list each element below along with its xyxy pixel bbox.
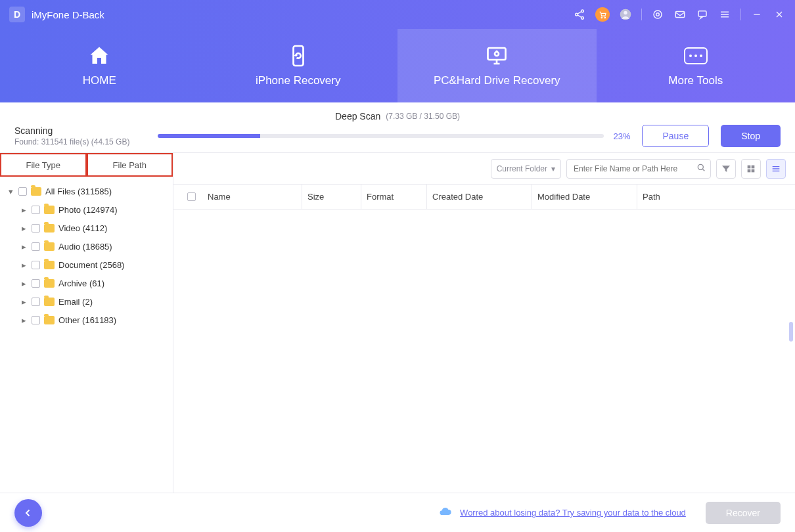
nav-iphone-label: iPhone Recovery bbox=[256, 74, 340, 87]
cloud-icon bbox=[436, 505, 453, 521]
checkbox[interactable] bbox=[18, 187, 27, 196]
col-format[interactable]: Format bbox=[361, 185, 427, 209]
folder-scope-select[interactable]: Current Folder ▾ bbox=[491, 159, 561, 179]
titlebar: D iMyFone D-Back bbox=[0, 0, 795, 29]
folder-icon bbox=[31, 187, 41, 196]
col-modified[interactable]: Modified Date bbox=[532, 185, 637, 209]
filter-button[interactable] bbox=[716, 159, 736, 179]
tree-item-label: Video (4112) bbox=[58, 223, 107, 233]
tree-item-label: Other (161183) bbox=[58, 315, 116, 325]
svg-rect-12 bbox=[488, 48, 506, 60]
col-name[interactable]: Name bbox=[202, 185, 302, 209]
tree-root[interactable]: ▾ All Files (311585) bbox=[4, 182, 169, 200]
svg-rect-17 bbox=[748, 169, 751, 172]
pause-button[interactable]: Pause bbox=[642, 125, 709, 147]
tree-item-label: Audio (18685) bbox=[58, 242, 112, 252]
target-icon[interactable] bbox=[651, 8, 664, 21]
grid-view-button[interactable] bbox=[741, 159, 761, 179]
footer: Worred about losing data? Try saving you… bbox=[0, 493, 795, 532]
svg-point-4 bbox=[604, 17, 605, 18]
more-tools-icon bbox=[684, 44, 708, 68]
nav-home-label: HOME bbox=[83, 74, 116, 87]
tree-item-label: Email (2) bbox=[58, 297, 93, 307]
category-tree: ▾ All Files (311585) ▸Photo (124974)▸Vid… bbox=[0, 177, 173, 334]
checkbox[interactable] bbox=[32, 206, 40, 214]
chevron-right-icon[interactable]: ▸ bbox=[20, 224, 28, 232]
chevron-right-icon[interactable]: ▸ bbox=[20, 206, 28, 213]
chevron-right-icon[interactable]: ▸ bbox=[20, 279, 28, 287]
back-button[interactable] bbox=[14, 499, 42, 527]
table-header: Name Size Format Created Date Modified D… bbox=[173, 185, 795, 210]
nav-iphone[interactable]: iPhone Recovery bbox=[199, 29, 398, 102]
col-size[interactable]: Size bbox=[302, 185, 361, 209]
folder-scope-label: Current Folder bbox=[497, 164, 547, 173]
checkbox[interactable] bbox=[32, 224, 40, 233]
scan-status: Scanning bbox=[14, 125, 146, 136]
folder-icon bbox=[44, 261, 55, 269]
scan-progress-bar bbox=[158, 134, 604, 138]
tree-item[interactable]: ▸Photo (124974) bbox=[4, 200, 169, 219]
search-icon[interactable] bbox=[696, 162, 706, 175]
scan-found: Found: 311541 file(s) (44.15 GB) bbox=[14, 137, 146, 146]
tree-item[interactable]: ▸Document (2568) bbox=[4, 255, 169, 274]
checkbox[interactable] bbox=[32, 242, 40, 251]
folder-icon bbox=[44, 242, 55, 251]
chevron-right-icon[interactable]: ▸ bbox=[20, 298, 28, 305]
checkbox[interactable] bbox=[32, 298, 40, 306]
chevron-down-icon: ▾ bbox=[551, 164, 555, 173]
recover-button[interactable]: Recover bbox=[706, 502, 781, 524]
app-title: iMyFone D-Back bbox=[32, 9, 104, 20]
minimize-icon[interactable] bbox=[750, 8, 763, 21]
chevron-right-icon[interactable]: ▸ bbox=[20, 261, 28, 269]
scan-bar: Deep Scan (7.33 GB / 31.50 GB) Scanning … bbox=[0, 102, 795, 153]
cloud-backup-link[interactable]: Worred about losing data? Try saving you… bbox=[460, 508, 686, 518]
folder-icon bbox=[44, 279, 55, 288]
search-box[interactable] bbox=[566, 159, 711, 179]
checkbox[interactable] bbox=[32, 316, 40, 324]
stop-button[interactable]: Stop bbox=[721, 125, 781, 147]
tab-file-type[interactable]: File Type bbox=[0, 153, 87, 177]
search-input[interactable] bbox=[574, 164, 696, 173]
chevron-right-icon[interactable]: ▸ bbox=[20, 316, 28, 324]
nav-pc[interactable]: PC&Hard Drive Recovery bbox=[398, 29, 597, 102]
svg-point-7 bbox=[654, 11, 662, 18]
tree-item[interactable]: ▸Video (4112) bbox=[4, 219, 169, 237]
nav-home[interactable]: HOME bbox=[0, 29, 199, 102]
checkbox[interactable] bbox=[32, 261, 40, 269]
col-path[interactable]: Path bbox=[637, 192, 795, 202]
feedback-icon[interactable] bbox=[696, 8, 709, 21]
folder-icon bbox=[44, 298, 55, 306]
titlebar-divider bbox=[641, 9, 642, 20]
tree-item-label: Document (2568) bbox=[58, 260, 124, 270]
svg-point-2 bbox=[581, 16, 584, 19]
list-view-button[interactable] bbox=[766, 159, 786, 179]
titlebar-divider bbox=[740, 9, 741, 20]
svg-rect-18 bbox=[752, 169, 755, 172]
svg-point-6 bbox=[624, 11, 627, 14]
svg-rect-9 bbox=[675, 12, 685, 18]
close-icon[interactable] bbox=[773, 8, 786, 21]
sidebar: File Type File Path ▾ All Files (311585)… bbox=[0, 153, 173, 513]
scan-mode-label: Deep Scan bbox=[335, 111, 380, 122]
chevron-down-icon[interactable]: ▾ bbox=[7, 187, 14, 195]
folder-icon bbox=[44, 206, 55, 214]
tab-file-path[interactable]: File Path bbox=[87, 153, 173, 177]
nav-more[interactable]: More Tools bbox=[597, 29, 796, 102]
results-toolbar: Current Folder ▾ bbox=[173, 153, 795, 185]
mail-icon[interactable] bbox=[673, 8, 687, 21]
tree-item[interactable]: ▸Audio (18685) bbox=[4, 237, 169, 255]
monitor-recover-icon bbox=[485, 44, 509, 68]
share-icon[interactable] bbox=[573, 8, 586, 21]
menu-icon[interactable] bbox=[718, 8, 731, 21]
phone-refresh-icon bbox=[286, 44, 310, 68]
select-all-checkbox[interactable] bbox=[187, 192, 196, 201]
chevron-right-icon[interactable]: ▸ bbox=[20, 242, 28, 250]
tree-item[interactable]: ▸Archive (61) bbox=[4, 274, 169, 292]
account-icon[interactable] bbox=[619, 8, 632, 21]
col-created[interactable]: Created Date bbox=[427, 185, 532, 209]
tree-item[interactable]: ▸Other (161183) bbox=[4, 311, 169, 329]
checkbox[interactable] bbox=[32, 279, 40, 288]
tree-item[interactable]: ▸Email (2) bbox=[4, 292, 169, 311]
cart-icon[interactable] bbox=[595, 7, 610, 22]
scrollbar-thumb[interactable] bbox=[789, 322, 793, 342]
